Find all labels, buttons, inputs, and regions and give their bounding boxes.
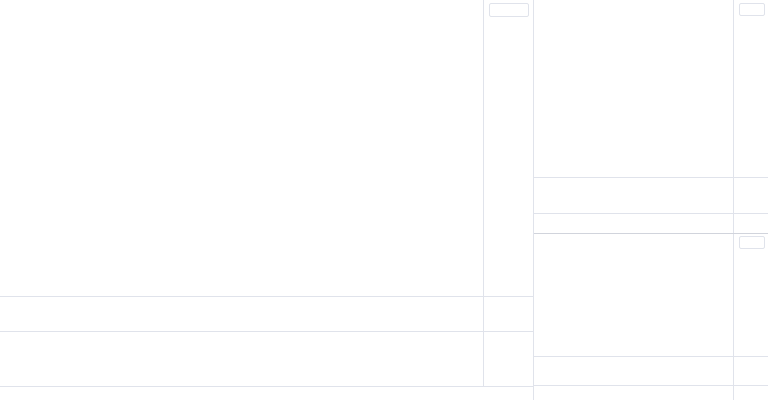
h4-currency-button[interactable] <box>739 3 765 16</box>
h1-currency-button[interactable] <box>489 3 529 17</box>
labels-layer <box>0 0 768 400</box>
trading-terminal <box>0 0 768 400</box>
d1-currency-button[interactable] <box>739 236 765 249</box>
